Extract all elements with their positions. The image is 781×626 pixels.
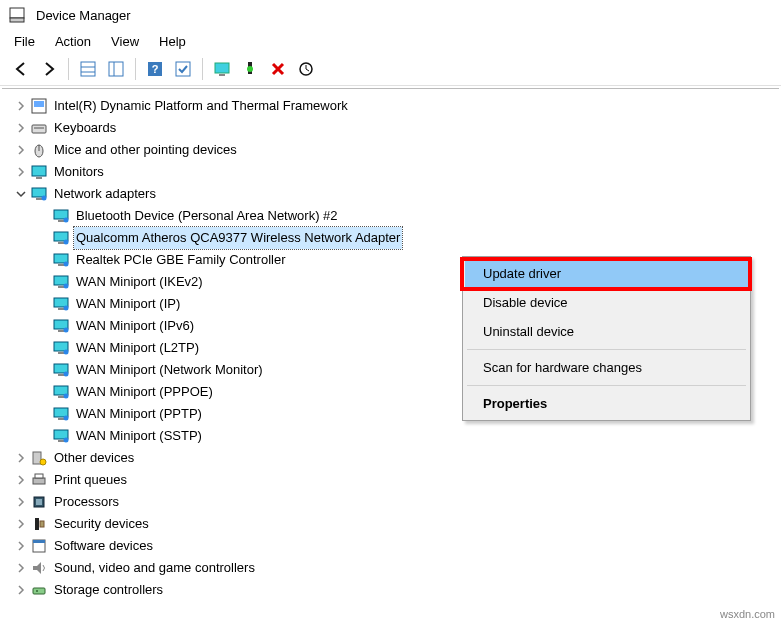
svg-point-25 [42,196,47,201]
tree-node-label: Print queues [52,469,129,491]
svg-rect-11 [219,74,225,76]
menu-file[interactable]: File [14,34,35,49]
tree-node-label: Network adapters [52,183,158,205]
tree-node[interactable]: Security devices [6,513,775,535]
tree-node-label: WAN Miniport (PPPOE) [74,381,215,403]
tree-node[interactable]: Other devices [6,447,775,469]
back-icon[interactable] [8,56,34,82]
svg-rect-70 [33,588,45,594]
app-icon [8,6,26,24]
svg-rect-2 [81,62,95,76]
separator [68,58,69,80]
svg-rect-48 [58,374,64,376]
pane-icon[interactable] [103,56,129,82]
svg-point-55 [64,416,69,421]
menu-action[interactable]: Action [55,34,91,49]
update-icon[interactable] [170,56,196,82]
tree-node-label: WAN Miniport (IP) [74,293,182,315]
properties-grid-icon[interactable] [75,56,101,82]
svg-rect-10 [215,63,229,73]
tree-node-label: Processors [52,491,121,513]
chevron-down-icon[interactable] [14,187,28,201]
monitor-icon [30,163,48,181]
tree-node[interactable]: Software devices [6,535,775,557]
printer-icon [30,471,48,489]
network-icon [52,405,70,423]
connect-icon[interactable] [237,56,263,82]
svg-rect-42 [58,330,64,332]
svg-rect-5 [109,62,123,76]
chevron-right-icon[interactable] [14,583,28,597]
chevron-right-icon[interactable] [14,561,28,575]
mouse-icon [30,141,48,159]
svg-point-43 [64,328,69,333]
tree-node[interactable]: Keyboards [6,117,775,139]
tree-node[interactable]: Processors [6,491,775,513]
help-icon[interactable]: ? [142,56,168,82]
network-icon [52,273,70,291]
svg-rect-51 [58,396,64,398]
svg-point-28 [64,218,69,223]
network-icon [52,383,70,401]
tree-node[interactable]: Intel(R) Dynamic Platform and Thermal Fr… [6,95,775,117]
chevron-right-icon[interactable] [14,473,28,487]
svg-rect-33 [58,264,64,266]
menu-view[interactable]: View [111,34,139,49]
chevron-right-icon[interactable] [14,495,28,509]
network-icon [52,229,70,247]
svg-point-49 [64,372,69,377]
tree-node-label: Security devices [52,513,151,535]
network-icon [52,427,70,445]
chevron-right-icon[interactable] [14,517,28,531]
ctx-scan-hardware[interactable]: Scan for hardware changes [465,353,748,382]
sound-icon [30,559,48,577]
ctx-uninstall-device[interactable]: Uninstall device [465,317,748,346]
tree-node[interactable]: WAN Miniport (SSTP) [6,425,775,447]
svg-rect-61 [33,478,45,484]
other-icon [30,449,48,467]
tree-node[interactable]: Qualcomm Atheros QCA9377 Wireless Networ… [6,227,775,249]
chevron-right-icon[interactable] [14,99,28,113]
tree-node-label: Storage controllers [52,579,165,601]
svg-point-34 [64,262,69,267]
monitor-icon[interactable] [209,56,235,82]
svg-point-71 [36,590,38,592]
ctx-update-driver[interactable]: Update driver [465,259,748,288]
chevron-right-icon[interactable] [14,121,28,135]
tree-node[interactable]: Mice and other pointing devices [6,139,775,161]
tree-node-label: WAN Miniport (PPTP) [74,403,204,425]
svg-point-60 [40,459,46,465]
chevron-right-icon[interactable] [14,451,28,465]
tree-node[interactable]: Monitors [6,161,775,183]
svg-rect-16 [34,101,44,107]
tree-node[interactable]: Bluetooth Device (Personal Area Network)… [6,205,775,227]
tree-node[interactable]: Print queues [6,469,775,491]
network-icon [30,185,48,203]
tree-node[interactable]: Sound, video and game controllers [6,557,775,579]
network-icon [52,251,70,269]
ctx-disable-device[interactable]: Disable device [465,288,748,317]
tree-node[interactable]: Network adapters [6,183,775,205]
menu-help[interactable]: Help [159,34,186,49]
tree-node-label: Software devices [52,535,155,557]
cpu-icon [30,493,48,511]
delete-icon[interactable] [265,56,291,82]
tree-node[interactable]: Storage controllers [6,579,775,601]
svg-rect-54 [58,418,64,420]
svg-point-58 [64,438,69,443]
svg-rect-65 [35,518,39,530]
tree-node-label: WAN Miniport (IKEv2) [74,271,205,293]
forward-icon[interactable] [36,56,62,82]
svg-rect-22 [36,177,42,179]
chevron-right-icon[interactable] [14,165,28,179]
svg-point-37 [64,284,69,289]
tree-node-label: Bluetooth Device (Personal Area Network)… [74,205,340,227]
svg-point-40 [64,306,69,311]
scan-icon[interactable] [293,56,319,82]
tree-node-label: Sound, video and game controllers [52,557,257,579]
titlebar: Device Manager [0,0,781,30]
svg-rect-0 [10,8,24,18]
chevron-right-icon[interactable] [14,143,28,157]
chevron-right-icon[interactable] [14,539,28,553]
ctx-properties[interactable]: Properties [465,389,748,418]
